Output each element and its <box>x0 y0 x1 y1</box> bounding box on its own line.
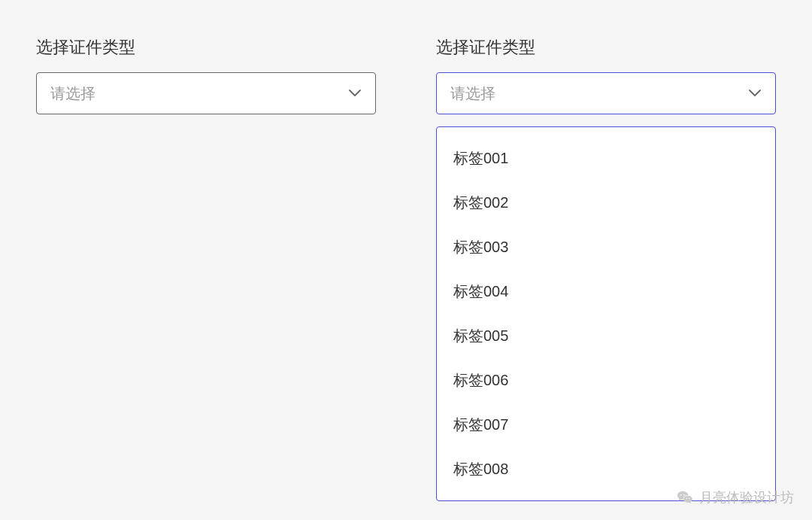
left-column: 选择证件类型 请选择 <box>36 36 376 501</box>
watermark-text: 月亮体验设计坊 <box>699 488 794 506</box>
field-label-right: 选择证件类型 <box>436 36 776 59</box>
dropdown-option[interactable]: 标签006 <box>437 358 775 403</box>
dropdown-option[interactable]: 标签005 <box>437 314 775 358</box>
select-placeholder-left: 请选择 <box>50 84 95 104</box>
select-box-open[interactable]: 请选择 <box>436 72 776 114</box>
select-placeholder-right: 请选择 <box>450 84 495 104</box>
dropdown-panel: 标签001 标签002 标签003 标签004 标签005 标签006 标签00… <box>436 126 776 501</box>
dropdown-option[interactable]: 标签001 <box>437 136 775 181</box>
chevron-down-icon <box>748 87 762 100</box>
dropdown-option[interactable]: 标签007 <box>437 403 775 447</box>
dropdown-option[interactable]: 标签004 <box>437 269 775 314</box>
dropdown-option[interactable]: 标签002 <box>437 181 775 225</box>
select-box-closed[interactable]: 请选择 <box>36 72 376 114</box>
field-label-left: 选择证件类型 <box>36 36 376 59</box>
chevron-down-icon <box>348 87 362 100</box>
right-column: 选择证件类型 请选择 标签001 标签002 标签003 标签004 标签005… <box>436 36 776 501</box>
wechat-icon <box>677 489 693 506</box>
dropdown-option[interactable]: 标签003 <box>437 225 775 269</box>
dropdown-option[interactable]: 标签008 <box>437 447 775 491</box>
watermark: 月亮体验设计坊 <box>677 488 794 506</box>
